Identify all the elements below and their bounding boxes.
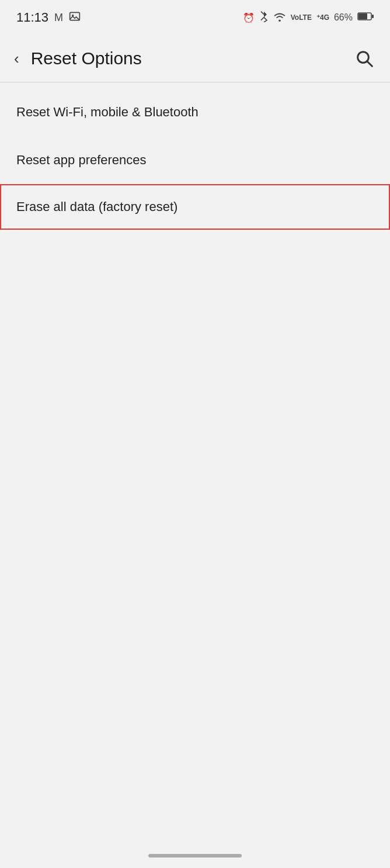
alarm-icon: ⏰ [243,12,255,23]
svg-point-4 [278,19,281,22]
menu-item-reset-wifi[interactable]: Reset Wi-Fi, mobile & Bluetooth [0,88,390,136]
page-header: ‹ Reset Options [0,35,390,82]
svg-rect-7 [358,13,367,19]
header-left: ‹ Reset Options [9,45,142,72]
svg-line-3 [261,12,264,15]
home-indicator [148,854,242,857]
status-bar: 11:13 M ⏰ VoLTE [0,0,390,35]
menu-item-reset-app-preferences-label: Reset app preferences [16,153,147,168]
svg-rect-6 [372,15,374,18]
status-bar-left: 11:13 M [16,10,81,25]
status-bar-right: ⏰ VoLTE ⁺4G 66% [243,11,374,25]
bluetooth-icon [259,11,269,25]
search-button[interactable] [350,44,378,72]
svg-line-2 [261,18,264,20]
image-icon [69,11,81,25]
svg-line-9 [367,61,372,67]
back-button[interactable]: ‹ [9,45,24,72]
back-icon: ‹ [14,50,19,68]
volte-icon: VoLTE [291,13,312,22]
wifi-icon [273,11,286,24]
search-icon [355,49,374,68]
menu-item-erase-all-data[interactable]: Erase all data (factory reset) [0,184,390,230]
page-title: Reset Options [31,49,142,68]
status-time: 11:13 [16,10,48,25]
menu-item-reset-wifi-label: Reset Wi-Fi, mobile & Bluetooth [16,105,199,120]
signal-icon: ⁺4G [316,13,329,22]
menu-list: Reset Wi-Fi, mobile & Bluetooth Reset ap… [0,82,390,230]
battery-percent: 66% [334,12,353,23]
menu-item-erase-all-data-label: Erase all data (factory reset) [16,199,177,215]
menu-item-reset-app-preferences[interactable]: Reset app preferences [0,136,390,184]
battery-icon [357,12,374,23]
gmail-icon: M [54,12,63,24]
